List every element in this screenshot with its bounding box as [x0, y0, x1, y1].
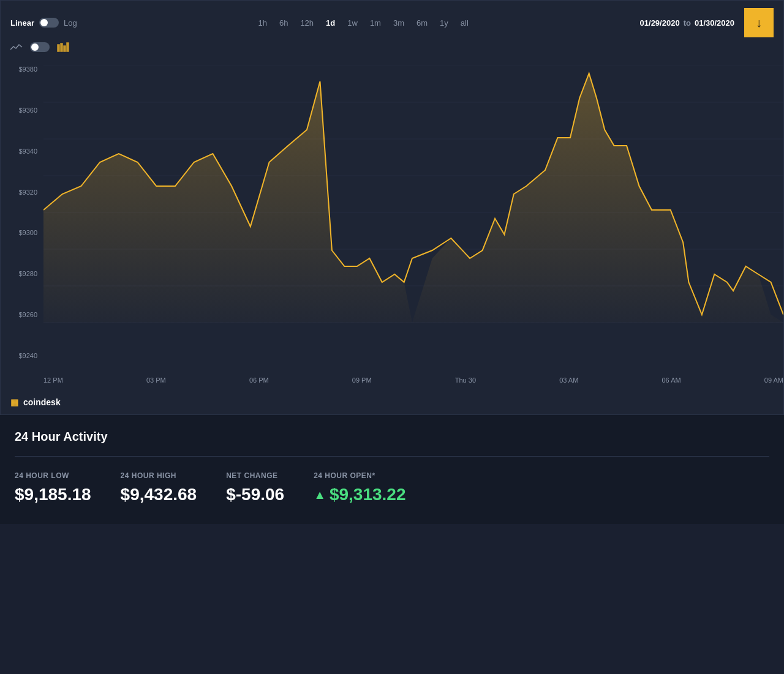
- time-btn-6h[interactable]: 6h: [274, 16, 293, 30]
- chart-type-row: [1, 42, 783, 59]
- activity-section: 24 Hour Activity 24 HOUR LOW $9,185.18 2…: [0, 415, 784, 524]
- svg-rect-3: [67, 43, 69, 51]
- price-chart-svg: [43, 66, 783, 359]
- linear-log-toggle[interactable]: [39, 18, 59, 28]
- chart-container: Linear Log 1h 6h 12h 1d 1w 1m 3m 6m 1y a…: [0, 0, 784, 415]
- time-btn-1y[interactable]: 1y: [435, 16, 453, 30]
- time-btn-1m[interactable]: 1m: [365, 16, 386, 30]
- coindesk-text: coindesk: [23, 397, 61, 407]
- time-btn-all[interactable]: all: [456, 16, 473, 30]
- date-from: 01/29/2020: [640, 18, 680, 28]
- x-label-06am: 06 AM: [662, 376, 680, 384]
- stat-label-net: NET CHANGE: [226, 471, 284, 480]
- x-label-06pm: 06 PM: [249, 376, 269, 384]
- stat-label-low: 24 HOUR LOW: [15, 471, 91, 480]
- x-axis-labels: 12 PM 03 PM 06 PM 09 PM Thu 30 03 AM 06 …: [43, 376, 783, 384]
- stat-net-change: NET CHANGE $-59.06: [226, 471, 284, 504]
- arrow-up-icon: ▲: [314, 488, 326, 502]
- chart-area: $9380 $9360 $9340 $9320 $9300 $9280 $926…: [1, 59, 783, 390]
- x-label-09am: 09 AM: [764, 376, 783, 384]
- x-label-09pm: 09 PM: [352, 376, 372, 384]
- stat-label-open: 24 HOUR OPEN*: [314, 471, 405, 480]
- stat-value-high: $9,432.68: [121, 485, 197, 504]
- stat-24h-open: 24 HOUR OPEN* ▲ $9,313.22: [314, 471, 405, 504]
- x-label-03am: 03 AM: [559, 376, 578, 384]
- chart-type-toggle[interactable]: [30, 42, 50, 52]
- x-label-03pm: 03 PM: [146, 376, 166, 384]
- time-btn-6m[interactable]: 6m: [412, 16, 432, 30]
- stat-24h-high: 24 HOUR HIGH $9,432.68: [121, 471, 197, 504]
- stats-row: 24 HOUR LOW $9,185.18 24 HOUR HIGH $9,43…: [15, 471, 769, 504]
- stat-value-net: $-59.06: [226, 485, 284, 504]
- time-btn-1d[interactable]: 1d: [321, 16, 340, 30]
- time-btn-1h[interactable]: 1h: [253, 16, 271, 30]
- stat-label-high: 24 HOUR HIGH: [121, 471, 197, 480]
- linear-log-group: Linear Log: [10, 18, 77, 28]
- activity-title: 24 Hour Activity: [15, 430, 769, 444]
- y-label-9260: $9260: [18, 311, 37, 318]
- time-btn-1w[interactable]: 1w: [342, 16, 363, 30]
- y-label-9340: $9340: [18, 148, 37, 155]
- bar-chart-icon[interactable]: [57, 42, 69, 52]
- svg-rect-2: [64, 46, 66, 51]
- download-icon: ↓: [756, 16, 762, 30]
- y-axis-labels: $9380 $9360 $9340 $9320 $9300 $9280 $926…: [1, 66, 42, 359]
- time-btn-3m[interactable]: 3m: [388, 16, 409, 30]
- x-label-thu30: Thu 30: [455, 376, 476, 384]
- svg-rect-0: [58, 45, 59, 51]
- divider: [15, 456, 769, 457]
- y-label-9320: $9320: [18, 189, 37, 196]
- linear-label: Linear: [10, 18, 34, 28]
- y-label-9280: $9280: [18, 270, 37, 277]
- y-label-9360: $9360: [18, 107, 37, 114]
- log-label: Log: [64, 18, 77, 28]
- time-buttons-group: 1h 6h 12h 1d 1w 1m 3m 6m 1y all: [92, 16, 635, 30]
- stat-value-open: $9,313.22: [330, 485, 406, 504]
- y-label-9240: $9240: [18, 352, 37, 359]
- chart-toolbar: Linear Log 1h 6h 12h 1d 1w 1m 3m 6m 1y a…: [1, 1, 783, 42]
- stat-24h-low: 24 HOUR LOW $9,185.18: [15, 471, 91, 504]
- time-btn-12h[interactable]: 12h: [295, 16, 318, 30]
- coindesk-icon: ▦: [10, 397, 18, 407]
- svg-marker-12: [43, 73, 783, 323]
- y-label-9380: $9380: [18, 66, 37, 73]
- coindesk-logo: ▦ coindesk: [1, 390, 783, 414]
- date-to: 01/30/2020: [695, 18, 734, 28]
- stat-value-low: $9,185.18: [15, 485, 91, 504]
- download-button[interactable]: ↓: [744, 8, 774, 37]
- y-label-9300: $9300: [18, 229, 37, 236]
- date-range: 01/29/2020 to 01/30/2020: [640, 18, 734, 28]
- line-chart-icon[interactable]: [10, 42, 23, 52]
- svg-rect-1: [61, 43, 62, 51]
- x-label-12pm: 12 PM: [43, 376, 63, 384]
- stat-open-row: ▲ $9,313.22: [314, 485, 405, 504]
- date-to-label: to: [684, 18, 691, 28]
